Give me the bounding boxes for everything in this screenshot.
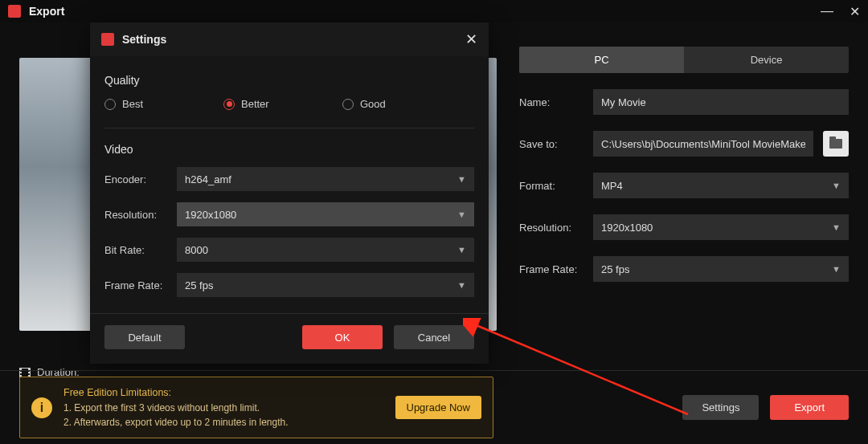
minimize-button[interactable]: —: [821, 4, 833, 18]
resolution-value: 1920x1080: [601, 222, 653, 234]
field-saveto: Save to:: [519, 131, 849, 157]
framerate-value: 25 fps: [601, 263, 629, 275]
field-format: Format: MP4 ▼: [519, 173, 849, 198]
radio-dot-icon: [342, 99, 354, 110]
app-logo: [8, 5, 21, 18]
output-tabs: PC Device: [519, 47, 849, 73]
dlg-resolution-label: Resolution:: [104, 209, 177, 221]
quality-better-radio[interactable]: Better: [223, 98, 328, 110]
quality-good-radio[interactable]: Good: [342, 98, 447, 110]
format-select[interactable]: MP4 ▼: [593, 173, 849, 198]
name-label: Name:: [519, 96, 583, 108]
export-options: PC Device Name: Save to: Format: MP4 ▼ R…: [503, 22, 868, 368]
resolution-label: Resolution:: [519, 222, 583, 234]
limitations-line2: 2. Afterwards, export video up to 2 minu…: [63, 415, 289, 430]
tab-pc[interactable]: PC: [519, 47, 684, 73]
quality-better-label: Better: [241, 98, 269, 110]
bitrate-value: 8000: [185, 244, 208, 256]
saveto-input[interactable]: [593, 131, 813, 157]
bitrate-select[interactable]: 8000 ▼: [177, 238, 474, 262]
quality-best-label: Best: [122, 98, 143, 110]
quality-heading: Quality: [104, 74, 474, 87]
field-bitrate: Bit Rate: 8000 ▼: [104, 238, 474, 262]
limitations-line1: 1. Export the first 3 videos without len…: [63, 401, 289, 415]
dlg-framerate-value: 25 fps: [185, 279, 213, 291]
cancel-button[interactable]: Cancel: [394, 325, 474, 349]
export-button[interactable]: Export: [770, 395, 849, 420]
limitations-text: Free Edition Limitations: 1. Export the …: [63, 385, 289, 430]
app-logo: [101, 33, 114, 46]
name-input[interactable]: [593, 89, 849, 115]
saveto-label: Save to:: [519, 138, 583, 150]
framerate-select[interactable]: 25 fps ▼: [593, 256, 849, 282]
radio-dot-icon: [223, 99, 235, 110]
encoder-select[interactable]: h264_amf ▼: [177, 167, 474, 191]
dialog-body: Quality Best Better Good Video Encoder: …: [90, 56, 489, 313]
field-framerate: Frame Rate: 25 fps ▼: [519, 256, 849, 282]
chevron-down-icon: ▼: [832, 222, 841, 232]
tab-device[interactable]: Device: [684, 47, 849, 73]
dialog-titlebar: Settings ✕: [90, 22, 489, 56]
window-controls: — ✕: [821, 0, 860, 22]
bitrate-label: Bit Rate:: [104, 244, 177, 256]
dlg-framerate-label: Frame Rate:: [104, 279, 177, 291]
format-label: Format:: [519, 180, 583, 192]
encoder-label: Encoder:: [104, 173, 177, 185]
encoder-value: h264_amf: [185, 173, 231, 185]
radio-dot-icon: [104, 99, 116, 110]
settings-dialog: Settings ✕ Quality Best Better Good Vide…: [90, 22, 489, 364]
video-heading: Video: [104, 143, 474, 156]
upgrade-button[interactable]: Upgrade Now: [395, 396, 482, 419]
framerate-label: Frame Rate:: [519, 263, 583, 275]
chevron-down-icon: ▼: [832, 181, 841, 190]
dlg-resolution-select[interactable]: 1920x1080 ▼: [177, 202, 474, 226]
free-edition-banner: i Free Edition Limitations: 1. Export th…: [19, 377, 493, 438]
chevron-down-icon: ▼: [457, 210, 466, 219]
window-title: Export: [29, 5, 64, 18]
browse-folder-button[interactable]: [823, 131, 849, 157]
info-icon: i: [31, 397, 52, 418]
dialog-footer: Default OK Cancel: [90, 313, 489, 364]
default-button[interactable]: Default: [104, 325, 185, 349]
quality-good-label: Good: [360, 98, 386, 110]
dialog-title: Settings: [122, 33, 166, 46]
chevron-down-icon: ▼: [457, 280, 466, 290]
field-dlg-resolution: Resolution: 1920x1080 ▼: [104, 202, 474, 226]
field-encoder: Encoder: h264_amf ▼: [104, 167, 474, 191]
field-dlg-framerate: Frame Rate: 25 fps ▼: [104, 273, 474, 297]
dialog-close-button[interactable]: ✕: [465, 31, 477, 48]
resolution-select[interactable]: 1920x1080 ▼: [593, 214, 849, 240]
titlebar: Export — ✕: [0, 0, 868, 22]
chevron-down-icon: ▼: [457, 245, 466, 255]
chevron-down-icon: ▼: [457, 174, 466, 184]
chevron-down-icon: ▼: [832, 264, 841, 274]
bottom-bar: i Free Edition Limitations: 1. Export th…: [0, 370, 868, 444]
quality-radio-group: Best Better Good: [104, 98, 474, 128]
limitations-title: Free Edition Limitations:: [63, 385, 289, 401]
dlg-resolution-value: 1920x1080: [185, 209, 236, 221]
folder-icon: [829, 139, 842, 149]
field-resolution: Resolution: 1920x1080 ▼: [519, 214, 849, 240]
format-value: MP4: [601, 180, 623, 192]
field-name: Name:: [519, 89, 849, 115]
dlg-framerate-select[interactable]: 25 fps ▼: [177, 273, 474, 297]
quality-best-radio[interactable]: Best: [104, 98, 209, 110]
close-button[interactable]: ✕: [850, 4, 860, 19]
settings-button[interactable]: Settings: [682, 395, 759, 420]
ok-button[interactable]: OK: [302, 325, 383, 349]
